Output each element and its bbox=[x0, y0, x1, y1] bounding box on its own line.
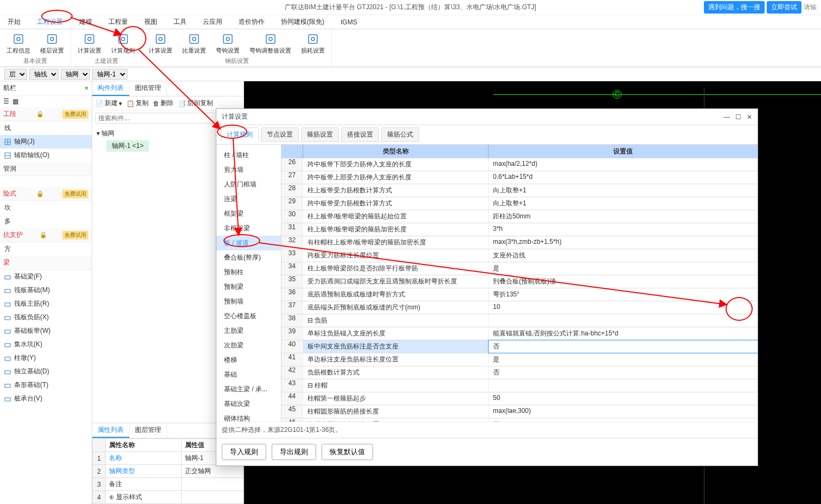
grid-row-31[interactable]: 31柱上板带/板带暗梁的箍筋加密长度3*h bbox=[281, 223, 758, 236]
grid-row-35[interactable]: 35受力筋遇洞口或端部无支座且遇预制底板时弯折长度到叠合板(预制底板)顶 bbox=[281, 275, 758, 288]
grid-row-36[interactable]: 36底筋遇预制底板或板缝时弯折方式弯折135° bbox=[281, 288, 758, 301]
row-value[interactable]: 向上取整+1 bbox=[489, 184, 758, 197]
import-rules-button[interactable]: 导入规则 bbox=[222, 444, 266, 460]
dlg-side-0[interactable]: 柱 / 墙柱 bbox=[216, 148, 281, 163]
tree-item-grid1[interactable]: 轴网-1 <1> bbox=[106, 140, 149, 152]
dlg-side-12[interactable]: 主肋梁 bbox=[216, 324, 281, 338]
grid-row-43[interactable]: 43⊟ 柱帽 bbox=[281, 379, 758, 392]
nav-grid-icon[interactable]: ▦ bbox=[12, 98, 18, 105]
tab-component-list[interactable]: 构件列表 bbox=[92, 81, 130, 96]
menu-2[interactable]: 建模 bbox=[76, 16, 95, 28]
dlg-side-4[interactable]: 框架梁 bbox=[216, 206, 281, 221]
prop-value[interactable] bbox=[181, 491, 243, 504]
nav-foundation-5[interactable]: 集水坑(K) bbox=[0, 338, 92, 351]
copy-button[interactable]: 📋 复制 bbox=[126, 99, 149, 108]
grid-val-select[interactable]: 轴网-1 bbox=[92, 69, 127, 80]
new-button[interactable]: 📄 新建 ▾ bbox=[95, 99, 122, 108]
ribbon-civil-0[interactable]: 计算设置 bbox=[74, 30, 105, 57]
dlg-tab-3[interactable]: 搭接设置 bbox=[341, 127, 379, 142]
dlg-side-14[interactable]: 楼梯 bbox=[216, 353, 281, 367]
row-value[interactable]: 弯折135° bbox=[489, 288, 758, 301]
row-value[interactable]: 能直锚就直锚,否则按公式计算:ha-bhc+15*d bbox=[489, 327, 758, 340]
row-value[interactable]: 否 bbox=[489, 340, 758, 353]
row-value[interactable]: 0.6*Lab+15*d bbox=[489, 171, 758, 184]
nav-sec-kangzhihu[interactable]: 抗支护 bbox=[3, 230, 23, 240]
dlg-side-18[interactable]: 砌体结构 bbox=[216, 411, 281, 422]
dlg-side-17[interactable]: 基础次梁 bbox=[216, 397, 281, 411]
nav-foundation-7[interactable]: 独立基础(D) bbox=[0, 365, 92, 378]
layer-select[interactable]: 层 bbox=[4, 69, 27, 80]
nav-item-xian[interactable]: 线 bbox=[0, 121, 92, 135]
grid-row-33[interactable]: 33跨板受力筋标注长度位置支座外边线 bbox=[281, 249, 758, 262]
grid-row-40[interactable]: 40板中间支座负筋标注是否含支座否 bbox=[281, 340, 758, 353]
prop-value[interactable]: 正交轴网 bbox=[181, 465, 243, 478]
dlg-side-7[interactable]: 叠合板(整厚) bbox=[216, 250, 281, 265]
grid-row-45[interactable]: 45柱帽圆形箍筋的搭接长度max(lae,300) bbox=[281, 405, 758, 418]
dlg-side-5[interactable]: 非框架梁 bbox=[216, 221, 281, 236]
prop-name[interactable]: 轴网类型 bbox=[106, 465, 182, 478]
ribbon-rebar-4[interactable]: 损耗设置 bbox=[298, 30, 328, 57]
nav-list-icon[interactable]: ☰ bbox=[3, 98, 9, 105]
grid-row-32[interactable]: 32有柱帽柱上板带/板带暗梁的箍筋加密长度max(3*h,zmb-zb+1.5*… bbox=[281, 236, 758, 249]
prop-name[interactable]: 名称 bbox=[106, 452, 182, 465]
dlg-side-2[interactable]: 人防门框墙 bbox=[216, 177, 281, 192]
grid-row-26[interactable]: 26跨中板带下部受力筋伸入支座的长度max(ha/2,12*d) bbox=[281, 158, 758, 171]
tab-prop-list[interactable]: 属性列表 bbox=[92, 423, 130, 438]
help-search-button[interactable]: 遇到问题，搜一搜 bbox=[704, 1, 765, 14]
nav-foundation-9[interactable]: 桩承台(V) bbox=[0, 392, 92, 405]
menu-9[interactable]: IGMS bbox=[337, 17, 361, 28]
nav-item-kan[interactable]: 坎 bbox=[0, 201, 92, 215]
nav-foundation-3[interactable]: 筏板负筋(X) bbox=[0, 311, 92, 324]
minimize-icon[interactable]: — bbox=[723, 113, 730, 121]
dlg-tab-1[interactable]: 节点设置 bbox=[261, 127, 299, 142]
ribbon-basic-0[interactable]: 工程信息 bbox=[3, 30, 34, 57]
row-value[interactable]: max(lae,300) bbox=[489, 405, 758, 418]
dlg-side-15[interactable]: 基础 bbox=[216, 367, 281, 382]
dlg-side-8[interactable]: 预制柱 bbox=[216, 265, 281, 280]
grid-row-30[interactable]: 30柱上板带/板带暗梁的箍筋起始位置距柱边50mm bbox=[281, 210, 758, 223]
row-value[interactable]: 距柱边50mm bbox=[489, 210, 758, 223]
menu-3[interactable]: 工程量 bbox=[105, 16, 131, 28]
menu-6[interactable]: 云应用 bbox=[200, 16, 226, 28]
grid-row-34[interactable]: 34柱上板带暗梁部位是否扣除平行板带筋是 bbox=[281, 262, 758, 275]
row-value[interactable] bbox=[489, 379, 758, 392]
ribbon-civil-1[interactable]: 计算规则 bbox=[108, 30, 138, 57]
ribbon-rebar-1[interactable]: 比重设置 bbox=[179, 30, 209, 57]
menu-4[interactable]: 视图 bbox=[141, 16, 161, 28]
row-value[interactable]: 50 bbox=[489, 392, 758, 405]
grid-row-29[interactable]: 29跨中板带受力筋根数计算方式向上取整+1 bbox=[281, 197, 758, 210]
nav-sec-xianshi[interactable]: 险式 bbox=[3, 189, 16, 198]
maximize-icon[interactable]: ☐ bbox=[735, 113, 741, 121]
nav-foundation-6[interactable]: 柱墩(Y) bbox=[0, 351, 92, 365]
grid-row-37[interactable]: 37底筋端头距预制底板或板缝的尺寸(mm)10 bbox=[281, 301, 758, 314]
ribbon-rebar-3[interactable]: 弯钩调整值设置 bbox=[246, 30, 294, 57]
nav-item-fuzhuzhouxian[interactable]: 辅助轴线(O) bbox=[0, 148, 92, 162]
nav-sec-guandong[interactable]: 管洞 bbox=[0, 162, 92, 176]
dlg-side-11[interactable]: 空心楼盖板 bbox=[216, 309, 281, 324]
nav-sec-duan[interactable]: 工段 bbox=[3, 109, 16, 119]
dlg-side-13[interactable]: 次肋梁 bbox=[216, 338, 281, 353]
grid-row-41[interactable]: 41单边标注支座负筋标注长度位置是 bbox=[281, 353, 758, 366]
nav-sec-liang[interactable]: 梁 bbox=[3, 258, 10, 267]
prop-name[interactable]: ⊕ 显示样式 bbox=[106, 491, 182, 504]
nav-close-icon[interactable]: × bbox=[85, 85, 88, 92]
layer-copy-button[interactable]: 📑 层间复制 bbox=[178, 99, 213, 108]
dlg-side-6[interactable]: 板 / 坡道 bbox=[216, 236, 281, 250]
nav-foundation-0[interactable]: 基础梁(F) bbox=[0, 270, 92, 283]
menu-5[interactable]: 工具 bbox=[170, 16, 190, 28]
prop-name[interactable]: 备注 bbox=[106, 478, 182, 491]
dlg-side-9[interactable]: 预制梁 bbox=[216, 280, 281, 294]
grid-row-27[interactable]: 27跨中板带上部受力筋伸入支座的长度0.6*Lab+15*d bbox=[281, 171, 758, 184]
grid-row-44[interactable]: 44柱帽第一根箍筋起步50 bbox=[281, 392, 758, 405]
row-value[interactable]: 支座外边线 bbox=[489, 249, 758, 262]
dlg-tab-0[interactable]: 计算规则 bbox=[221, 127, 259, 142]
row-value[interactable]: 3*h bbox=[489, 223, 758, 236]
nav-foundation-1[interactable]: 筏板基础(M) bbox=[0, 283, 92, 297]
grid-row-42[interactable]: 42负筋根数计算方式否 bbox=[281, 366, 758, 379]
nav-foundation-2[interactable]: 筏板主筋(R) bbox=[0, 297, 92, 311]
nav-item-duo[interactable]: 多 bbox=[0, 215, 92, 228]
grid-row-39[interactable]: 39单标注负筋锚入支座的长度能直锚就直锚,否则按公式计算:ha-bhc+15*d bbox=[281, 327, 758, 340]
row-value[interactable]: 是 bbox=[489, 262, 758, 275]
row-value[interactable]: 否 bbox=[489, 366, 758, 379]
try-now-button[interactable]: 立即尝试 bbox=[767, 1, 801, 14]
